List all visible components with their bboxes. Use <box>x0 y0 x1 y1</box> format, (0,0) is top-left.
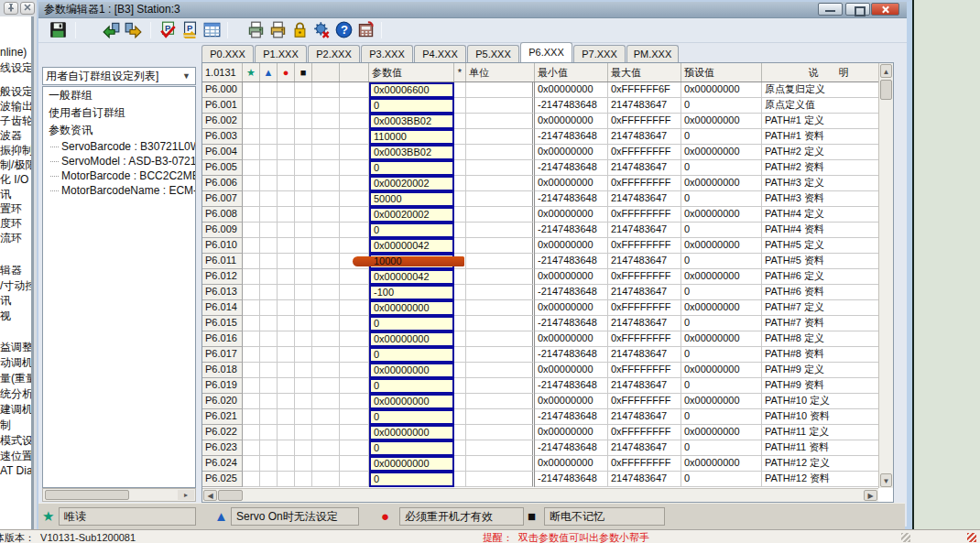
dock-tree-item[interactable]: 讯 <box>0 187 11 202</box>
row-id-cell[interactable]: P6.002 <box>202 114 243 129</box>
row-id-cell[interactable]: P6.014 <box>202 300 243 316</box>
row-id-cell[interactable]: P6.013 <box>202 285 243 300</box>
grid-horizontal-scrollbar[interactable]: ◀ ▶ <box>202 488 878 502</box>
row-id-cell[interactable]: P6.004 <box>202 145 243 160</box>
resize-grip[interactable] <box>901 533 910 542</box>
row-id-cell[interactable]: P6.003 <box>202 129 243 145</box>
scrollbar-thumb[interactable] <box>218 490 243 501</box>
dock-tree-item[interactable]: 辑器 <box>0 263 22 278</box>
param-value-cell[interactable]: 0x00020002 <box>369 176 454 191</box>
tab-p3.xxx[interactable]: P3.XXX <box>361 45 413 62</box>
tree-horizontal-scrollbar[interactable]: ▸ <box>42 488 196 502</box>
dock-tree-item[interactable]: 速位置撷 <box>0 449 34 464</box>
dock-tree-item[interactable]: 般设定 <box>0 84 33 100</box>
resize-grip-red[interactable] <box>967 533 976 542</box>
dock-tree-item[interactable]: 量(重量 <box>0 371 34 386</box>
tab-p2.xxx[interactable]: P2.XXX <box>308 45 360 62</box>
dock-tree-item[interactable]: 波输出 <box>0 99 33 114</box>
param-value-cell[interactable]: 10000 <box>369 254 454 269</box>
grid-vertical-scrollbar[interactable]: ▲ ▼ <box>878 63 893 488</box>
row-id-cell[interactable]: P6.023 <box>202 440 243 456</box>
param-value-cell[interactable]: 0x00000000 <box>369 300 454 316</box>
dock-tree-item[interactable]: 流环 <box>0 231 22 246</box>
tree-item-root[interactable]: 使用者自订群组 <box>43 104 195 122</box>
close-button[interactable] <box>871 3 899 16</box>
tab-p6.xxx[interactable]: P6.XXX <box>520 42 572 62</box>
dock-tree-item[interactable]: 子齿轮比 <box>0 114 34 129</box>
row-id-cell[interactable]: P6.022 <box>202 425 243 440</box>
dock-tree-item[interactable]: 度环 <box>0 216 22 232</box>
tree-item-info[interactable]: MotorBarcode : BCC2C2MBW <box>43 168 195 183</box>
window-titlebar[interactable]: 参数编辑器1 : [B3] Station:3 <box>38 2 907 18</box>
dock-tree-item[interactable]: 线设定 <box>0 60 33 76</box>
dock-tree-item[interactable]: nline) <box>0 46 27 59</box>
dock-tree-item[interactable]: 制 <box>0 418 11 433</box>
row-id-cell[interactable]: P6.010 <box>202 238 243 254</box>
minimize-button[interactable] <box>818 3 843 16</box>
print-preview-icon[interactable] <box>269 21 288 39</box>
row-id-cell[interactable]: P6.012 <box>202 269 243 285</box>
param-value-cell[interactable]: 0 <box>369 378 454 394</box>
row-id-cell[interactable]: P6.008 <box>202 207 243 223</box>
param-value-cell[interactable]: 0x0003BB02 <box>369 114 454 129</box>
read-parameters-icon[interactable] <box>103 21 121 39</box>
tab-p5.xxx[interactable]: P5.XXX <box>467 45 519 62</box>
param-value-cell[interactable]: 0x00000042 <box>369 238 454 254</box>
tree-item-root[interactable]: 一般群组 <box>43 87 195 104</box>
param-value-cell[interactable]: 0x00006600 <box>369 82 454 98</box>
tab-p0.xxx[interactable]: P0.XXX <box>201 45 254 62</box>
param-value-cell[interactable]: 0 <box>369 347 454 363</box>
scroll-right-arrow-icon[interactable]: ▸ <box>178 490 194 500</box>
param-value-cell[interactable]: 0x00000000 <box>369 456 454 472</box>
param-value-cell[interactable]: 0 <box>369 98 454 114</box>
row-id-cell[interactable]: P6.018 <box>202 363 243 378</box>
scrollbar-thumb[interactable] <box>45 490 129 500</box>
dock-tree-item[interactable]: 益调整 <box>0 340 33 355</box>
row-id-cell[interactable]: P6.025 <box>202 472 243 487</box>
dock-tree-item[interactable]: 制/极限 <box>0 157 34 173</box>
row-id-cell[interactable]: P6.021 <box>202 409 243 425</box>
tab-p1.xxx[interactable]: P1.XXX <box>255 45 307 62</box>
row-id-cell[interactable]: P6.016 <box>202 331 243 347</box>
tab-p4.xxx[interactable]: P4.XXX <box>414 45 466 62</box>
group-list-dropdown[interactable]: 用者自订群组设定列表] ▼ <box>42 67 196 85</box>
tree-item-info[interactable]: ServoModel : ASD-B3-0721-L <box>43 154 195 168</box>
row-id-cell[interactable]: P6.024 <box>202 456 243 472</box>
param-value-cell[interactable]: 0x0003BB02 <box>369 145 454 160</box>
param-value-cell[interactable]: 0x00000000 <box>369 331 454 347</box>
dock-tree-item[interactable]: /寸动控 <box>0 278 34 294</box>
help-icon[interactable]: ? <box>335 21 354 39</box>
row-id-cell[interactable]: P6.011 <box>202 254 243 269</box>
dock-tree-item[interactable]: 动调机 <box>0 355 33 371</box>
scroll-up-arrow-icon[interactable]: ▲ <box>880 64 892 78</box>
tab-pm.xxx[interactable]: PM.XXX <box>626 45 679 62</box>
param-value-cell[interactable]: 0x00000000 <box>369 363 454 378</box>
scroll-left-arrow-icon[interactable]: ◀ <box>203 490 217 501</box>
restore-button[interactable] <box>845 3 870 16</box>
dock-tree-item[interactable]: AT Diagr <box>0 464 34 477</box>
dock-tree-item[interactable]: 置环 <box>0 201 22 217</box>
pin-icon[interactable] <box>4 2 18 15</box>
dock-tree-item[interactable]: 建调机 <box>0 402 33 418</box>
param-value-cell[interactable]: 0x00020002 <box>369 207 454 223</box>
row-id-cell[interactable]: P6.001 <box>202 98 243 114</box>
param-value-cell[interactable]: -100 <box>369 285 454 300</box>
scroll-right-arrow-icon[interactable]: ▶ <box>864 490 877 501</box>
dock-tree-item[interactable]: 统分析 <box>0 386 33 402</box>
lock-icon[interactable] <box>291 21 310 39</box>
row-id-cell[interactable]: P6.017 <box>202 347 243 363</box>
write-parameters-icon[interactable] <box>125 21 143 39</box>
verify-parameters-icon[interactable]: P <box>159 21 178 39</box>
row-id-cell[interactable]: P6.005 <box>202 160 243 176</box>
param-value-cell[interactable]: 0x00000042 <box>369 269 454 285</box>
param-value-cell[interactable]: 0 <box>369 409 454 425</box>
param-value-cell[interactable]: 0 <box>369 160 454 176</box>
param-value-cell[interactable]: 0 <box>369 472 454 487</box>
row-id-cell[interactable]: P6.006 <box>202 176 243 191</box>
row-id-cell[interactable]: P6.000 <box>202 82 243 98</box>
param-value-cell[interactable]: 0 <box>369 223 454 238</box>
tab-p7.xxx[interactable]: P7.XXX <box>573 45 626 62</box>
tree-item-info[interactable]: MotorBarcodeName : ECM-B( <box>43 183 195 198</box>
param-value-cell[interactable]: 0x00000000 <box>369 394 454 409</box>
dock-tree-item[interactable]: 模式设 <box>0 433 33 449</box>
